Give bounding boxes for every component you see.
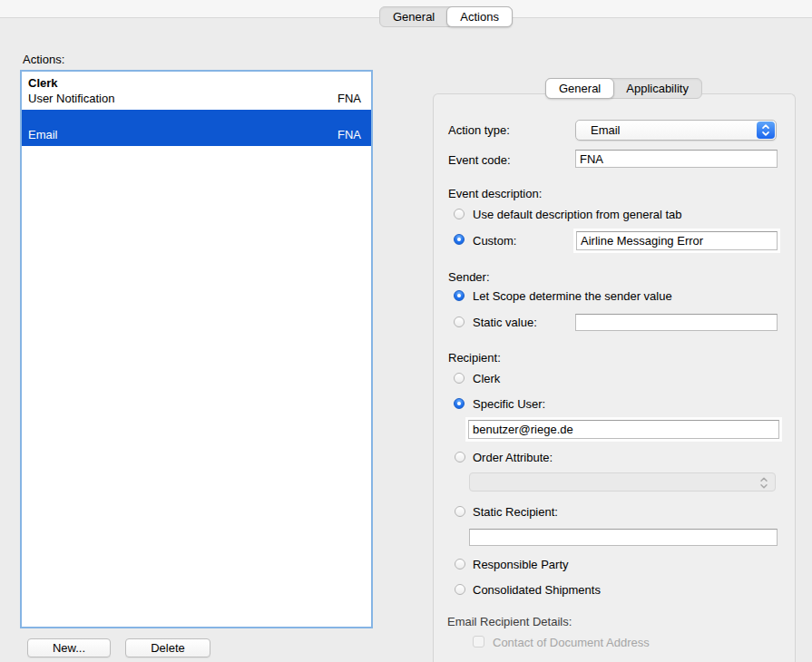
responsible-party-radio-label: Responsible Party	[473, 558, 569, 571]
event-code-label: Event code:	[448, 153, 511, 167]
sender-label: Sender:	[448, 270, 490, 284]
sender-static-value-radio[interactable]	[454, 316, 465, 327]
detail-tab-applicability[interactable]: Applicability	[613, 79, 701, 98]
sender-static-value-field[interactable]	[575, 314, 778, 331]
sender-static-value-radio-label: Static value:	[473, 316, 537, 329]
specific-user-radio-label: Specific User:	[473, 397, 545, 411]
list-item-code: FNA	[338, 127, 361, 142]
recipient-clerk-radio-label: Clerk	[473, 372, 500, 385]
action-type-label: Action type:	[448, 123, 510, 137]
custom-description-radio[interactable]	[454, 234, 465, 245]
custom-description-field[interactable]	[576, 231, 778, 250]
recipient-clerk-radio[interactable]	[454, 373, 465, 384]
actions-list-label: Actions:	[23, 53, 64, 66]
event-action-editor-window: { "window_tabs": { "items": [ { "label":…	[0, 0, 812, 662]
window-tab-bar: General Actions	[379, 6, 513, 27]
window-tab-general[interactable]: General	[380, 7, 447, 26]
static-recipient-radio[interactable]	[455, 506, 465, 517]
detail-tab-general[interactable]: General	[545, 78, 614, 99]
list-item-clerk-user-notification[interactable]: Clerk User Notification FNA	[22, 72, 371, 110]
list-item-subtitle: Email	[28, 127, 58, 142]
recipient-label: Recipient:	[448, 351, 501, 365]
contact-of-document-address-checkbox-label: Contact of Document Address	[493, 636, 650, 649]
list-item-title	[28, 112, 361, 127]
email-recipient-details-label: Email Recipient Details:	[447, 615, 572, 628]
specific-user-radio[interactable]	[454, 398, 465, 409]
event-code-field[interactable]	[575, 150, 778, 168]
let-scope-determine-sender-radio-label: Let Scope determine the sender value	[473, 289, 672, 303]
action-type-value: Email	[591, 123, 621, 137]
actions-list[interactable]: Clerk User Notification FNA Email FNA	[20, 70, 373, 628]
consolidated-shipments-radio-label: Consolidated Shipments	[473, 583, 601, 597]
event-description-label: Event description:	[448, 187, 542, 200]
delete-button[interactable]: Delete	[125, 638, 210, 657]
order-attribute-radio[interactable]	[455, 452, 465, 462]
order-attribute-radio-label: Order Attribute:	[473, 451, 553, 464]
let-scope-determine-sender-radio[interactable]	[454, 290, 465, 301]
contact-of-document-address-checkbox[interactable]	[473, 636, 484, 647]
responsible-party-radio[interactable]	[455, 559, 465, 570]
list-item-subtitle: User Notification	[28, 91, 114, 106]
list-item-code: FNA	[338, 91, 361, 106]
order-attribute-popup[interactable]	[469, 472, 776, 492]
use-default-description-radio[interactable]	[454, 209, 465, 219]
static-recipient-radio-label: Static Recipient:	[473, 505, 558, 519]
new-button[interactable]: New...	[27, 638, 111, 657]
window-tab-actions[interactable]: Actions	[446, 6, 513, 27]
custom-description-radio-label: Custom:	[473, 234, 516, 248]
list-item-email-selected[interactable]: Email FNA	[22, 110, 371, 146]
list-item-title: Clerk	[28, 75, 361, 91]
static-recipient-field[interactable]	[469, 529, 778, 546]
action-type-popup[interactable]: Email	[575, 120, 777, 141]
chevron-up-down-icon	[759, 476, 768, 492]
popup-stepper-icon	[757, 122, 775, 139]
detail-tab-bar: General Applicability	[545, 78, 702, 99]
consolidated-shipments-radio[interactable]	[455, 584, 465, 595]
use-default-description-radio-label: Use default description from general tab	[473, 208, 682, 221]
specific-user-field[interactable]	[468, 420, 779, 439]
